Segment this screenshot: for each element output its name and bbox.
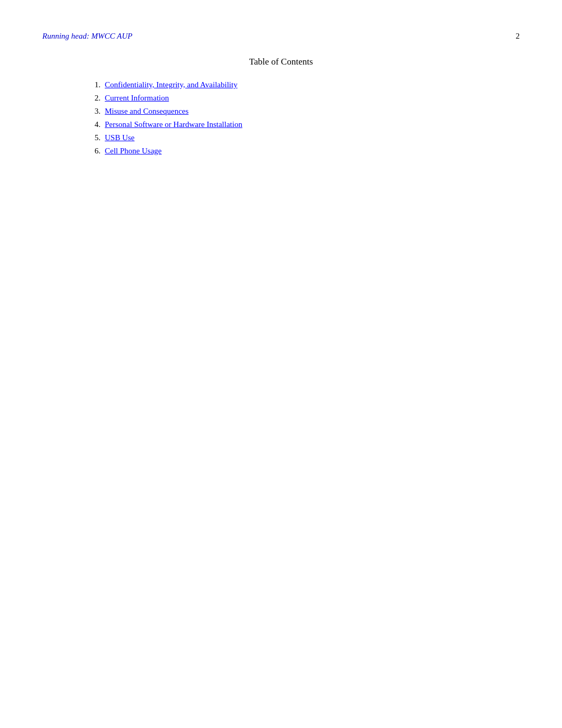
toc-item-number: 3. xyxy=(85,107,101,116)
list-item: 4.Personal Software or Hardware Installa… xyxy=(85,120,520,129)
toc-item-link[interactable]: Confidentiality, Integrity, and Availabi… xyxy=(105,80,238,89)
list-item: 2.Current Information xyxy=(85,94,520,103)
toc-title: Table of Contents xyxy=(42,57,520,67)
running-head-label: Running head: xyxy=(42,32,89,40)
toc-item-number: 6. xyxy=(85,147,101,156)
page-header: Running head: MWCC AUP 2 xyxy=(42,32,520,41)
list-item: 3.Misuse and Consequences xyxy=(85,107,520,116)
toc-item-number: 4. xyxy=(85,120,101,129)
toc-item-number: 2. xyxy=(85,94,101,103)
toc-item-link[interactable]: Current Information xyxy=(105,94,169,103)
toc-item-link[interactable]: USB Use xyxy=(105,133,134,142)
list-item: 6.Cell Phone Usage xyxy=(85,147,520,156)
toc-item-number: 1. xyxy=(85,80,101,89)
toc-item-link[interactable]: Cell Phone Usage xyxy=(105,147,161,156)
running-head-title: MWCC AUP xyxy=(91,32,132,40)
page: Running head: MWCC AUP 2 Table of Conten… xyxy=(0,0,562,728)
toc-list: 1.Confidentiality, Integrity, and Availa… xyxy=(85,80,520,156)
running-head: Running head: MWCC AUP xyxy=(42,32,132,41)
toc-item-number: 5. xyxy=(85,133,101,142)
page-number: 2 xyxy=(516,32,520,41)
toc-item-link[interactable]: Misuse and Consequences xyxy=(105,107,188,116)
list-item: 1.Confidentiality, Integrity, and Availa… xyxy=(85,80,520,89)
toc-item-link[interactable]: Personal Software or Hardware Installati… xyxy=(105,120,242,129)
list-item: 5.USB Use xyxy=(85,133,520,142)
